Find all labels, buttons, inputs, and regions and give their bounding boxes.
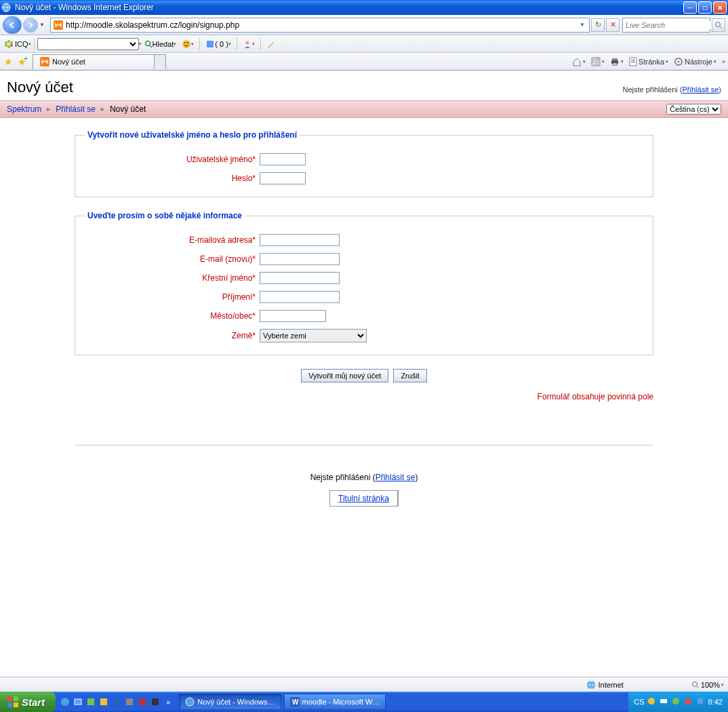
taskbar-item-word[interactable]: W moodle - Microsoft W…	[284, 694, 386, 710]
svg-point-18	[593, 62, 595, 64]
svg-point-7	[5, 44, 7, 47]
window-title: Nový účet - Windows Internet Explorer	[15, 3, 154, 12]
refresh-button[interactable]: ↻	[591, 18, 605, 32]
legend-credentials: Vytvořit nové uživatelské jméno a heslo …	[85, 130, 300, 140]
ql-icon-1[interactable]	[60, 696, 70, 707]
svg-point-39	[186, 698, 194, 706]
tray-icon-4[interactable]	[684, 697, 693, 707]
svg-point-2	[716, 22, 721, 26]
svg-rect-43	[660, 699, 667, 703]
back-button[interactable]	[3, 16, 22, 34]
svg-point-42	[648, 698, 655, 705]
country-select[interactable]: Vyberte zemi	[260, 329, 367, 342]
icq-people-button[interactable]: ▾	[243, 39, 255, 49]
svg-point-26	[692, 681, 697, 686]
start-button[interactable]: Start	[0, 692, 56, 712]
page-menu[interactable]: Stránka▾	[629, 57, 668, 66]
address-bar[interactable]: ▼	[50, 18, 590, 33]
search-go-button[interactable]	[712, 18, 725, 32]
stop-button[interactable]: ✕	[606, 18, 620, 32]
icq-smiley-button[interactable]: ▾	[182, 39, 194, 49]
breadcrumb-root[interactable]: Spektrum	[7, 104, 41, 114]
minimize-button[interactable]: ─	[683, 1, 697, 14]
svg-rect-14	[207, 41, 214, 47]
tab-active[interactable]: Nový účet	[33, 54, 155, 69]
ql-icon-5[interactable]	[111, 696, 122, 707]
url-input[interactable]	[66, 20, 578, 30]
search-input[interactable]	[626, 21, 720, 29]
password-input[interactable]	[260, 172, 306, 184]
footer-login-status: Nejste přihlášeni (Přihlásit se)	[0, 473, 728, 482]
tray-lang[interactable]: CS	[634, 698, 644, 706]
zoom-control[interactable]: 100% ▾	[691, 681, 724, 689]
submit-button[interactable]	[301, 369, 388, 382]
breadcrumb: Spektrum ► Přihlásit se ► Nový účet Češt…	[0, 100, 728, 118]
language-select[interactable]: Čeština (cs)	[666, 104, 721, 115]
firstname-input[interactable]	[260, 272, 340, 284]
legend-personal: Uveďte prosím o sobě nějaké informace	[85, 211, 245, 220]
system-tray: CS 8:42	[628, 692, 728, 712]
home-page-button[interactable]: Titulní stránka	[329, 490, 399, 507]
icq-search-dropdown[interactable]: ▾	[139, 41, 142, 47]
security-zone: Internet	[586, 680, 624, 690]
svg-text:W: W	[292, 698, 299, 706]
login-link[interactable]: Přihlásit se	[683, 85, 719, 94]
favorites-center-button[interactable]: ★	[4, 56, 15, 67]
icq-icon	[4, 39, 14, 49]
lastname-input[interactable]	[260, 291, 340, 303]
svg-rect-34	[100, 698, 107, 705]
quick-launch: »	[56, 696, 178, 707]
new-tab-button[interactable]	[154, 54, 166, 69]
svg-rect-29	[7, 703, 12, 707]
maximize-button[interactable]: □	[698, 1, 712, 14]
tray-icon-3[interactable]	[672, 697, 681, 707]
cancel-button[interactable]	[393, 369, 427, 382]
icq-search-select[interactable]	[37, 38, 139, 50]
tray-clock[interactable]: 8:42	[708, 698, 723, 706]
email2-input[interactable]	[260, 253, 340, 265]
svg-rect-32	[75, 699, 81, 705]
city-input[interactable]	[260, 310, 326, 322]
ql-icon-6[interactable]	[124, 696, 135, 707]
taskbar-item-ie[interactable]: Nový účet - Windows…	[179, 694, 281, 710]
ql-icon-8[interactable]	[150, 696, 161, 707]
home-button[interactable]: ▾	[572, 57, 586, 66]
icq-pen-button[interactable]	[266, 39, 276, 49]
moodle-favicon	[54, 20, 63, 30]
svg-rect-17	[591, 57, 601, 66]
forward-button[interactable]	[23, 18, 38, 33]
tray-icon-2[interactable]	[660, 697, 669, 707]
tray-icon-5[interactable]	[696, 697, 706, 707]
icq-search-button[interactable]: Hledat ▾	[144, 40, 177, 48]
close-button[interactable]: ✕	[713, 1, 727, 14]
icq-menu-dropdown[interactable]: ▾	[28, 41, 31, 47]
svg-point-8	[5, 41, 7, 44]
feeds-button[interactable]: ▾	[591, 57, 605, 66]
icq-notify-button[interactable]: ( 0 ) ▾	[205, 39, 231, 49]
email-input[interactable]	[260, 234, 340, 246]
print-button[interactable]: ▾	[610, 57, 624, 66]
svg-point-6	[7, 45, 10, 48]
tools-menu[interactable]: Nástroje▾	[674, 57, 716, 66]
url-dropdown[interactable]: ▼	[578, 22, 586, 28]
svg-rect-37	[139, 698, 146, 705]
search-box[interactable]	[622, 18, 710, 33]
svg-rect-28	[14, 696, 18, 701]
tray-icon-1[interactable]	[647, 697, 657, 707]
svg-point-44	[672, 698, 679, 705]
ql-icon-4[interactable]	[98, 696, 109, 707]
ql-icon-3[interactable]	[85, 696, 96, 707]
svg-point-11	[182, 40, 190, 48]
svg-rect-38	[152, 698, 159, 705]
help-double-chevron[interactable]: »	[722, 58, 725, 65]
breadcrumb-login[interactable]: Přihlásit se	[56, 104, 96, 114]
add-favorite-button[interactable]: ★+	[18, 56, 28, 67]
svg-point-3	[7, 40, 10, 43]
username-input[interactable]	[260, 153, 306, 165]
nav-history-dropdown[interactable]: ▼	[39, 22, 46, 28]
svg-rect-36	[126, 698, 133, 705]
ql-expand[interactable]: »	[163, 696, 174, 707]
ql-icon-7[interactable]	[137, 696, 148, 707]
footer-login-link[interactable]: Přihlásit se	[376, 473, 416, 482]
ql-icon-2[interactable]	[73, 696, 83, 707]
